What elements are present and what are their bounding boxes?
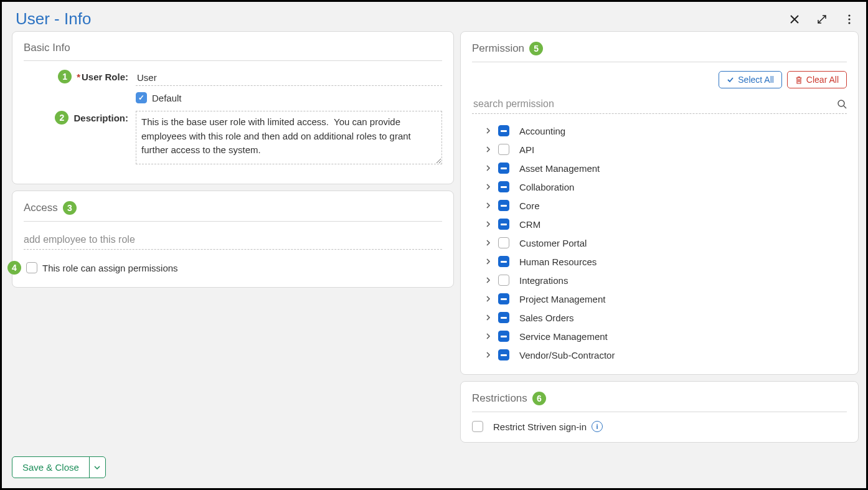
- permission-item[interactable]: Sales Orders: [472, 308, 847, 327]
- search-icon[interactable]: [837, 99, 847, 109]
- permission-item[interactable]: Accounting: [472, 121, 847, 140]
- badge-3: 3: [63, 201, 77, 215]
- access-header: Access 3: [24, 201, 442, 222]
- assign-permissions-label: This role can assign permissions: [42, 263, 178, 273]
- close-icon[interactable]: [788, 12, 801, 26]
- default-checkbox[interactable]: [136, 92, 147, 103]
- access-card: Access 3 4 This role can assign permissi…: [12, 191, 454, 288]
- permission-item[interactable]: Project Management: [472, 290, 847, 308]
- more-menu-icon[interactable]: [842, 12, 856, 26]
- permission-checkbox[interactable]: [498, 125, 509, 136]
- permission-label: CRM: [519, 219, 540, 230]
- basic-info-header: Basic Info: [24, 42, 442, 61]
- chevron-right-icon[interactable]: [486, 221, 493, 227]
- select-all-button[interactable]: Select All: [719, 71, 782, 88]
- restrictions-header: Restrictions 6: [472, 392, 847, 412]
- permission-item[interactable]: Core: [472, 196, 847, 215]
- chevron-right-icon[interactable]: [486, 296, 493, 302]
- save-dropdown-toggle[interactable]: [89, 457, 105, 478]
- chevron-right-icon[interactable]: [486, 277, 493, 283]
- svg-point-0: [848, 14, 850, 16]
- permission-checkbox[interactable]: [498, 181, 509, 192]
- permission-label: Collaboration: [519, 182, 574, 192]
- badge-5: 5: [529, 42, 543, 55]
- permission-label: Sales Orders: [519, 313, 574, 323]
- chevron-right-icon[interactable]: [486, 146, 493, 153]
- chevron-right-icon[interactable]: [486, 352, 493, 358]
- basic-info-card: Basic Info 1 *User Role: Default: [12, 31, 454, 184]
- permission-item[interactable]: API: [472, 140, 847, 159]
- chevron-right-icon[interactable]: [486, 333, 493, 339]
- permission-label: Customer Portal: [519, 238, 587, 248]
- user-role-label: User Role:: [82, 72, 128, 82]
- chevron-right-icon[interactable]: [486, 165, 493, 171]
- permission-checkbox[interactable]: [498, 219, 509, 230]
- permission-item[interactable]: Service Management: [472, 327, 847, 346]
- user-role-input[interactable]: [136, 70, 442, 86]
- chevron-right-icon[interactable]: [486, 202, 493, 209]
- permission-label: API: [519, 144, 534, 155]
- permission-item[interactable]: Vendor/Sub-Contractor: [472, 346, 847, 364]
- permission-label: Core: [519, 200, 540, 211]
- permission-checkbox[interactable]: [498, 144, 509, 155]
- chevron-right-icon[interactable]: [486, 314, 493, 321]
- page-title: User - Info: [16, 9, 91, 29]
- permission-search-input[interactable]: [472, 95, 837, 113]
- permission-label: Accounting: [519, 126, 565, 136]
- assign-permissions-checkbox[interactable]: [26, 262, 37, 273]
- permission-item[interactable]: Collaboration: [472, 177, 847, 196]
- clear-all-button[interactable]: Clear All: [787, 71, 847, 88]
- badge-4: 4: [7, 261, 21, 275]
- description-label: Description:: [73, 113, 128, 123]
- permission-label: Asset Management: [519, 163, 600, 174]
- info-icon[interactable]: i: [592, 421, 603, 432]
- add-employee-input[interactable]: [24, 230, 442, 250]
- badge-2: 2: [55, 111, 68, 125]
- default-label: Default: [152, 93, 182, 103]
- permission-label: Service Management: [519, 331, 608, 342]
- permission-checkbox[interactable]: [498, 275, 509, 286]
- permission-card: Permission 5 Select All Clear All: [460, 31, 859, 375]
- permission-item[interactable]: Asset Management: [472, 159, 847, 177]
- restrictions-card: Restrictions 6 Restrict Striven sign-in …: [460, 381, 859, 443]
- badge-6: 6: [532, 392, 546, 405]
- permission-checkbox[interactable]: [498, 200, 509, 211]
- permission-checkbox[interactable]: [498, 349, 509, 360]
- permission-tree: AccountingAPIAsset ManagementCollaborati…: [472, 121, 847, 364]
- permission-checkbox[interactable]: [498, 256, 509, 267]
- badge-1: 1: [58, 70, 72, 83]
- restrict-signin-label: Restrict Striven sign-in: [493, 422, 587, 432]
- svg-point-1: [848, 18, 850, 20]
- save-close-button[interactable]: Save & Close: [12, 456, 106, 478]
- permission-label: Human Resources: [519, 257, 597, 267]
- permission-checkbox[interactable]: [498, 163, 509, 174]
- restrict-signin-checkbox[interactable]: [472, 421, 483, 432]
- permission-item[interactable]: Integrations: [472, 271, 847, 290]
- permission-label: Project Management: [519, 294, 605, 304]
- chevron-right-icon[interactable]: [486, 128, 493, 134]
- chevron-right-icon[interactable]: [486, 258, 493, 265]
- svg-point-3: [838, 100, 844, 106]
- permission-item[interactable]: Human Resources: [472, 252, 847, 271]
- chevron-right-icon[interactable]: [486, 240, 493, 246]
- permission-checkbox[interactable]: [498, 312, 509, 323]
- permission-checkbox[interactable]: [498, 237, 509, 248]
- permission-label: Integrations: [519, 275, 568, 286]
- expand-icon[interactable]: [815, 12, 829, 26]
- permission-label: Vendor/Sub-Contractor: [519, 350, 615, 360]
- chevron-right-icon[interactable]: [486, 184, 493, 190]
- permission-item[interactable]: CRM: [472, 215, 847, 233]
- permission-header: Permission 5: [472, 42, 847, 62]
- permission-item[interactable]: Customer Portal: [472, 233, 847, 252]
- permission-checkbox[interactable]: [498, 293, 509, 304]
- svg-point-2: [848, 22, 850, 24]
- permission-checkbox[interactable]: [498, 331, 509, 342]
- description-textarea[interactable]: [136, 111, 442, 164]
